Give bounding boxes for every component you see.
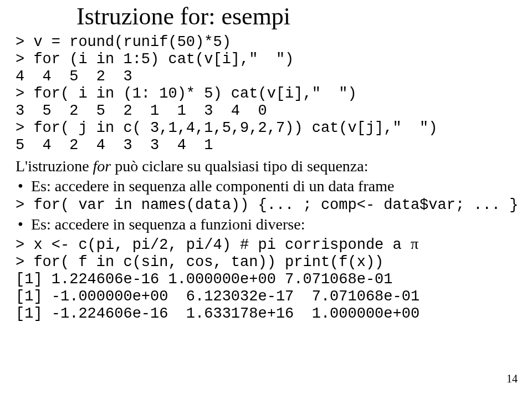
page-title: Istruzione for: esempi: [76, 2, 516, 30]
body-text-1: L'istruzione for può ciclare su qualsias…: [16, 156, 516, 176]
pi-symbol: π: [411, 235, 418, 252]
code-block-3: > x <- c(pi, pi/2, pi/4) # pi corrispond…: [16, 235, 516, 323]
bullet-item-2: Es: accedere in sequenza a funzioni dive…: [16, 215, 516, 234]
code-block-2: > for( var in names(data)) {... ; comp<-…: [16, 197, 516, 214]
bullet-item-1: Es: accedere in sequenza alle componenti…: [16, 177, 516, 196]
body-text-1a: L'istruzione: [16, 157, 93, 175]
page-number: 14: [507, 372, 518, 385]
body-text-1b: può ciclare su qualsiasi tipo di sequenz…: [111, 157, 368, 175]
bullet-list-2: Es: accedere in sequenza a funzioni dive…: [16, 215, 516, 234]
bullet-list-1: Es: accedere in sequenza alle componenti…: [16, 177, 516, 196]
code3-part-b: > for( f in c(sin, cos, tan)) print(f(x)…: [16, 254, 420, 322]
slide-page: Istruzione for: esempi > v = round(runif…: [0, 0, 532, 323]
body-text-1-italic: for: [93, 157, 111, 175]
code3-part-a: > x <- c(pi, pi/2, pi/4) # pi corrispond…: [16, 237, 411, 253]
code-block-1: > v = round(runif(50)*5) > for (i in 1:5…: [16, 34, 516, 154]
